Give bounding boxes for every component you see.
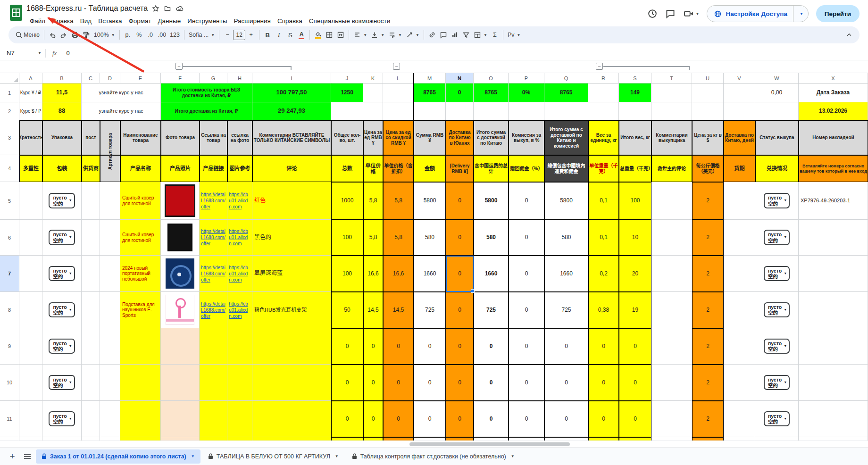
cell-U6[interactable]: 2	[692, 220, 724, 256]
cell-S8[interactable]: 19	[619, 292, 651, 328]
cell-B12[interactable]: пусто空的▼	[42, 437, 82, 440]
cell-R7[interactable]: 0,2	[588, 256, 619, 292]
cell-H3[interactable]: ссылка на фото	[227, 120, 252, 155]
cell-R9[interactable]: 0	[588, 328, 619, 365]
cell-L9[interactable]: 0	[383, 328, 414, 365]
menu-insert[interactable]: Вставка	[95, 17, 125, 25]
cell-X2[interactable]: 13.02.2026	[799, 102, 868, 120]
cell-F7[interactable]	[161, 256, 200, 292]
cell-P1[interactable]: 0%	[509, 83, 544, 102]
row-header-6[interactable]: 6	[0, 220, 19, 256]
cell-V2[interactable]	[724, 102, 755, 120]
empty-status-dropdown[interactable]: пусто空的▼	[764, 302, 790, 317]
cell-U1[interactable]	[692, 83, 724, 102]
cell-T11[interactable]	[651, 401, 692, 437]
menu-file[interactable]: Файл	[26, 17, 49, 25]
cell-T6[interactable]	[651, 220, 692, 256]
redo-button[interactable]	[58, 29, 69, 41]
strikethrough-button[interactable]: S	[284, 29, 296, 41]
cell-P9[interactable]: 0	[509, 328, 544, 365]
column-group-collapse-3[interactable]: −	[596, 63, 603, 70]
insert-chart-button[interactable]	[449, 29, 460, 41]
version-history-icon[interactable]	[647, 8, 658, 19]
cell-D11[interactable]	[100, 401, 120, 437]
cell-M3[interactable]: Сумма RMB ¥	[414, 120, 446, 155]
cell-L11[interactable]: 0	[383, 401, 414, 437]
cell-H11[interactable]	[227, 401, 252, 437]
col-header-K[interactable]: K	[363, 73, 383, 83]
cell-J2[interactable]	[331, 102, 363, 120]
cell-X5[interactable]: XP7976-49-260203-1	[799, 182, 868, 220]
cell-Q3[interactable]: Итого сумма с доставкой по Китаю и комис…	[544, 120, 588, 155]
cell-K10[interactable]: 0	[363, 365, 383, 401]
cell-O9[interactable]: 0	[474, 328, 509, 365]
cell-Q1[interactable]: 8765	[544, 83, 588, 102]
cell-S2[interactable]	[619, 102, 651, 120]
cell-O8[interactable]: 725	[474, 292, 509, 328]
cell-R8[interactable]: 0,38	[588, 292, 619, 328]
col-header-E[interactable]: E	[120, 73, 161, 83]
cell-N3[interactable]: Доставка по Китаю в Юанях	[446, 120, 474, 155]
cell-C9[interactable]	[82, 328, 100, 365]
increase-font-size-button[interactable]: +	[245, 29, 257, 41]
cell-J4[interactable]: 总数	[331, 155, 363, 182]
cell-K2[interactable]	[363, 102, 383, 120]
cell-P2[interactable]	[509, 102, 544, 120]
name-box[interactable]: N7 ▼	[0, 50, 45, 57]
cell-N4[interactable]: [Delivery RMB ¥]	[446, 155, 474, 182]
cell-G6[interactable]: https://detail.1688.com/offer	[200, 220, 227, 256]
col-header-L[interactable]: L	[383, 73, 414, 83]
cell-X1[interactable]: Дата Заказа	[799, 83, 868, 102]
cell-M5[interactable]: 5800	[414, 182, 446, 220]
cell-J3[interactable]: Общее кол-во, шт.	[331, 120, 363, 155]
cell-E7[interactable]: 2024 новый портативный небольшой	[120, 256, 161, 292]
cell-L7[interactable]: 16,6	[383, 256, 414, 292]
cell-R5[interactable]: 0,1	[588, 182, 619, 220]
cell-E12[interactable]	[120, 437, 161, 440]
cell-B6[interactable]: пусто空的▼	[42, 220, 82, 256]
row-header-10[interactable]: 10	[0, 365, 19, 401]
empty-status-dropdown[interactable]: пусто空的▼	[49, 339, 75, 354]
cell-E11[interactable]	[120, 401, 161, 437]
cell-B3[interactable]: Упаковка	[42, 120, 82, 155]
cell-B7[interactable]: пусто空的▼	[42, 256, 82, 292]
cell-L1[interactable]	[383, 83, 414, 102]
cell-L2[interactable]	[383, 102, 414, 120]
search-menus-button[interactable]: Меню	[13, 29, 42, 41]
cell-F12[interactable]	[161, 437, 200, 440]
cell-H7-link[interactable]: https://cbu01.alicdn.com	[228, 264, 251, 283]
cell-Q10[interactable]: 0	[544, 365, 588, 401]
cell-G9[interactable]	[200, 328, 227, 365]
cell-O6[interactable]: 580	[474, 220, 509, 256]
cell-A9[interactable]	[19, 328, 42, 365]
row-header-12[interactable]: 12	[0, 437, 19, 440]
menu-view[interactable]: Вид	[77, 17, 95, 25]
cell-N7[interactable]: 0	[446, 256, 474, 292]
cell-U8[interactable]: 2	[692, 292, 724, 328]
cell-W1[interactable]: 0,00	[755, 83, 799, 102]
cell-I3[interactable]: Комментарии ВСТАВЛЯЙТЕ ТОЛЬКО КИТАЙСКИЕ …	[252, 120, 331, 155]
cell-M1[interactable]: 8765	[414, 83, 446, 102]
vertical-align-button[interactable]: ▼	[369, 29, 386, 41]
cell-L12[interactable]: 0	[383, 437, 414, 440]
menu-format[interactable]: Формат	[125, 17, 154, 25]
col-header-P[interactable]: P	[509, 73, 544, 83]
menu-data[interactable]: Данные	[154, 17, 184, 25]
cell-K6[interactable]: 5,8	[363, 220, 383, 256]
empty-status-dropdown[interactable]: пусто空的▼	[49, 230, 75, 245]
cell-I12[interactable]	[252, 437, 331, 440]
cell-Q7[interactable]: 1660	[544, 256, 588, 292]
fill-color-button[interactable]	[312, 29, 324, 41]
paint-format-button[interactable]	[81, 29, 92, 41]
cell-O3[interactable]: Итого сумма с доставкой по Китаю	[474, 120, 509, 155]
column-group-collapse-2[interactable]: −	[393, 63, 400, 70]
cell-P8[interactable]: 0	[509, 292, 544, 328]
currency-format-button[interactable]: р.	[122, 29, 134, 41]
row-header-4[interactable]: 4	[0, 155, 19, 182]
cell-V1[interactable]	[724, 83, 755, 102]
cell-H8-link[interactable]: https://cbu01.alicdn.com	[228, 300, 251, 320]
cell-D10[interactable]	[100, 365, 120, 401]
cell-K3[interactable]: Цена за ед RMB ¥	[363, 120, 383, 155]
cell-A12[interactable]	[19, 437, 42, 440]
cell-G12[interactable]	[200, 437, 227, 440]
